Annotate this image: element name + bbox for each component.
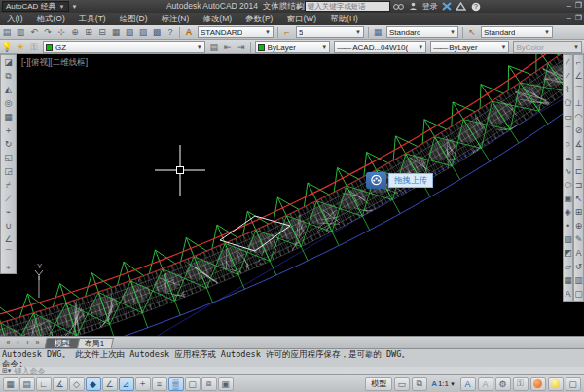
lineweight-combo[interactable]: —— ByLayer ▼ bbox=[430, 41, 509, 53]
break-at-point-button[interactable]: ⌁ bbox=[1, 205, 16, 219]
sheet-set-button[interactable]: ▩ bbox=[150, 26, 164, 39]
dim-aligned-button[interactable]: ∠ bbox=[574, 69, 583, 83]
dim-angular-button[interactable]: ∡ bbox=[574, 137, 583, 151]
zoom-previous-button[interactable]: ⊟ bbox=[95, 26, 109, 39]
menu-item-5[interactable]: 修改(M) bbox=[196, 14, 238, 25]
rectangle-button[interactable]: ▭ bbox=[564, 110, 572, 124]
user-icon[interactable] bbox=[408, 1, 420, 12]
menu-item-2[interactable]: 工具(T) bbox=[72, 14, 113, 25]
polygon-button[interactable]: ⬠ bbox=[564, 96, 572, 110]
command-input-row[interactable]: ⊞▾ 键入命令 bbox=[0, 367, 584, 374]
menu-item-0[interactable]: 入(I) bbox=[0, 14, 30, 25]
scale-button[interactable]: ◱ bbox=[1, 151, 16, 164]
rotate-button[interactable]: ↻ bbox=[1, 137, 16, 151]
drawing-canvas[interactable]: [-][俯视][二维线框] Y 拖拽上传 bbox=[0, 54, 584, 336]
point-button[interactable]: • bbox=[564, 219, 572, 232]
search-expand-icon[interactable]: ▶ bbox=[297, 3, 302, 10]
menu-item-6[interactable]: 参数(P) bbox=[238, 14, 279, 25]
trim-button[interactable]: ⌿ bbox=[1, 178, 16, 192]
workspace-switch-button[interactable]: ⚙ bbox=[495, 377, 511, 391]
doc-restore-button[interactable]: ❐ bbox=[575, 14, 582, 22]
zoom-window-button[interactable]: ⊞ bbox=[82, 26, 95, 39]
model-space-button[interactable]: 模型 bbox=[365, 377, 392, 391]
line-button[interactable]: ∕ bbox=[564, 55, 572, 69]
layer-states-button[interactable]: ⇥ bbox=[235, 41, 248, 53]
minimize-button[interactable]: – bbox=[566, 1, 570, 10]
grid-toggle[interactable]: ▤ bbox=[19, 377, 35, 391]
region-button[interactable]: ▱ bbox=[564, 260, 572, 273]
layer-properties-button[interactable]: ▤ bbox=[207, 41, 221, 53]
circle-button[interactable]: ○ bbox=[564, 137, 572, 151]
dyn-toggle[interactable]: ＋ bbox=[135, 377, 151, 391]
linetype-combo[interactable]: —— ACAD...04W10( ▼ bbox=[334, 41, 426, 53]
tolerance-button[interactable]: ⊞ bbox=[574, 205, 583, 219]
quick-access-overflow-icon[interactable]: ▼ bbox=[72, 4, 78, 10]
plot-button[interactable]: ▥ bbox=[14, 26, 27, 39]
construction-line-button[interactable]: ⁄ bbox=[564, 69, 572, 83]
dim-continue-button[interactable]: ⊐ bbox=[574, 178, 583, 192]
isolate-objects-button[interactable] bbox=[548, 377, 564, 391]
table-button[interactable]: ▦ bbox=[564, 273, 572, 287]
mirror-button[interactable]: ◭ bbox=[1, 83, 16, 96]
viewport-controls[interactable]: [-][俯视][二维线框] bbox=[21, 57, 88, 69]
explode-button[interactable]: ⁎ bbox=[1, 260, 16, 273]
dim-update-button[interactable]: ↺ bbox=[574, 260, 583, 273]
dim-diameter-button[interactable]: ⊘ bbox=[574, 124, 583, 137]
layer-combo[interactable]: GZ ▼ bbox=[43, 41, 205, 53]
spline-button[interactable]: ∿ bbox=[564, 164, 572, 178]
menu-item-7[interactable]: 窗口(W) bbox=[279, 14, 323, 25]
autodesk360-icon[interactable] bbox=[456, 1, 467, 12]
restore-button[interactable]: ❐ bbox=[575, 1, 582, 10]
tab-nav-1[interactable]: ‹ bbox=[14, 339, 22, 346]
osnap-3d-toggle[interactable]: ◆ bbox=[86, 377, 101, 391]
pan-button[interactable]: ⊹ bbox=[55, 26, 68, 39]
layer-freeze-sun-button[interactable]: ☀ bbox=[14, 41, 27, 53]
tab-模型[interactable]: 模型 bbox=[45, 338, 80, 348]
ellipse-button[interactable]: ⬭ bbox=[564, 178, 572, 192]
doc-minimize-button[interactable]: – bbox=[566, 14, 570, 22]
layer-lock-button[interactable]: ⚿ bbox=[27, 41, 41, 53]
arc-button[interactable]: ⌒ bbox=[564, 124, 572, 137]
dim-text-edit-button[interactable]: A bbox=[574, 246, 583, 260]
signin-button[interactable]: 登录 bbox=[422, 1, 438, 12]
ortho-toggle[interactable]: ∟ bbox=[36, 377, 52, 391]
performance-button[interactable] bbox=[530, 377, 546, 391]
fillet-button[interactable]: ⌒ bbox=[1, 246, 16, 260]
make-block-button[interactable]: ◈ bbox=[564, 205, 572, 219]
search-binoculars-icon[interactable] bbox=[393, 1, 405, 12]
help-button[interactable]: ? bbox=[164, 26, 177, 39]
annotation-visibility-button[interactable]: A bbox=[460, 377, 476, 391]
save-button[interactable]: ▤ bbox=[0, 26, 14, 39]
transparency-toggle[interactable]: ▒ bbox=[168, 377, 184, 391]
offset-button[interactable]: ◎ bbox=[1, 96, 16, 110]
workspace-switcher[interactable]: AutoCAD 经典 ▼ bbox=[2, 1, 69, 12]
toolbar-lock-button[interactable]: ⚿ bbox=[513, 377, 529, 391]
help-search-input[interactable] bbox=[305, 1, 390, 12]
menu-item-1[interactable]: 格式(O) bbox=[30, 14, 72, 25]
move-button[interactable]: ＋ bbox=[1, 124, 16, 137]
snap-toggle[interactable]: ▦ bbox=[3, 377, 18, 391]
exchange-apps-icon[interactable] bbox=[441, 1, 453, 12]
quick-view-layouts-button[interactable]: ▭ bbox=[394, 377, 410, 391]
mleader-style-combo[interactable]: Standard▼ bbox=[481, 26, 553, 38]
polyline-button[interactable]: ⌇ bbox=[564, 83, 572, 96]
array-button[interactable]: ▦ bbox=[1, 110, 16, 124]
tab-nav-3[interactable]: » bbox=[33, 339, 42, 346]
menu-item-3[interactable]: 绘图(D) bbox=[113, 14, 155, 25]
gradient-button[interactable]: ◩ bbox=[564, 246, 572, 260]
lineweight-toggle[interactable]: ≡ bbox=[152, 377, 167, 391]
layer-on-bulb-button[interactable]: 💡 bbox=[0, 41, 14, 53]
dim-baseline-button[interactable]: ⊏ bbox=[574, 164, 583, 178]
dim-edit-button[interactable]: ✎ bbox=[574, 232, 583, 246]
table-style-combo[interactable]: Standard▼ bbox=[386, 26, 458, 38]
quick-properties-toggle[interactable]: ▢ bbox=[185, 377, 201, 391]
menu-item-4[interactable]: 标注(N) bbox=[154, 14, 196, 25]
insert-block-button[interactable]: ▣ bbox=[564, 192, 572, 205]
osnap-toggle[interactable]: ◇ bbox=[69, 377, 85, 391]
dim-quick-button[interactable]: ≡ bbox=[574, 151, 583, 164]
annotation-scale-button[interactable]: A 1:1 ▼ bbox=[431, 379, 456, 388]
redo-button[interactable]: ↷ bbox=[41, 26, 55, 39]
dim-radius-button[interactable]: ◠ bbox=[574, 110, 583, 124]
copy-button[interactable]: ⧉ bbox=[1, 69, 16, 83]
leader-button[interactable]: ↖ bbox=[574, 192, 583, 205]
